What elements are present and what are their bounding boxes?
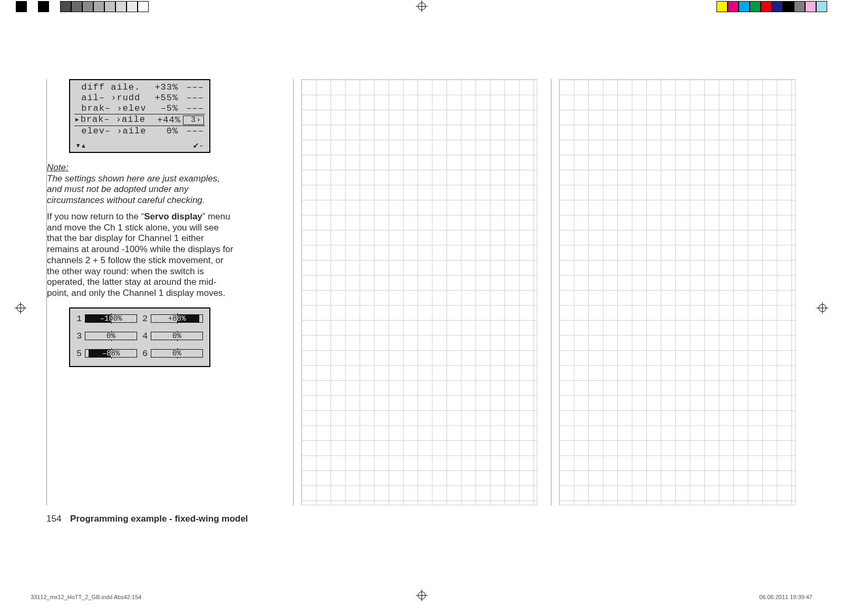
servo-row: 30%40% xyxy=(76,331,203,341)
note-body: The settings shown here are just example… xyxy=(47,174,234,206)
servo-cell: 40% xyxy=(142,331,203,341)
registration-bar-right xyxy=(716,1,827,12)
servo-bar: +88% xyxy=(151,314,203,323)
servo-cell: 2+88% xyxy=(142,314,203,324)
servo-channel-number: 5 xyxy=(76,349,82,359)
servo-bar-value: 0% xyxy=(85,332,137,340)
registration-target-icon xyxy=(15,302,26,314)
servo-display-box: 1–100%2+88%30%40%5–88%60% xyxy=(69,307,210,367)
lcd-confirm-icon: ✔‐ xyxy=(193,140,204,151)
servo-bar: 0% xyxy=(85,332,137,340)
page-title: Programming example - ﬁxed-wing model xyxy=(70,514,248,524)
registration-target-icon xyxy=(416,1,428,12)
notes-grid xyxy=(559,79,796,505)
servo-bar: 0% xyxy=(151,349,203,358)
servo-cell: 60% xyxy=(142,349,203,359)
servo-bar-value: 0% xyxy=(151,350,202,357)
lcd-switch-box: 3› xyxy=(183,116,204,125)
servo-cell: 5–88% xyxy=(76,349,137,359)
lcd-row-label: brak– ›aile xyxy=(75,114,146,126)
lcd-mixer-box: diff aile.+33% ––– ail– ›rudd+55% ––– br… xyxy=(69,79,210,153)
lcd-row-label: brak– ›elev xyxy=(75,103,146,114)
notes-grid xyxy=(301,79,538,505)
slug-file: 33112_mx12_HoTT_2_GB.indd Abs42:154 xyxy=(31,594,141,600)
slug-line: 33112_mx12_HoTT_2_GB.indd Abs42:154 06.0… xyxy=(31,594,812,600)
servo-channel-number: 4 xyxy=(142,331,148,341)
lcd-row: brak– ›elev–5% ––– xyxy=(74,103,205,114)
column-1: diff aile.+33% ––– ail– ›rudd+55% ––– br… xyxy=(46,79,280,505)
servo-channel-number: 1 xyxy=(76,314,82,324)
para2-post: ” menu and move the Ch 1 stick alone, yo… xyxy=(47,211,233,298)
page-footer: 154 Programming example - ﬁxed-wing mode… xyxy=(46,514,248,524)
servo-cell: 30% xyxy=(76,331,137,341)
lcd-row: brak– ›aile+44% 3› xyxy=(74,114,205,126)
lcd-row-label: ail– ›rudd xyxy=(75,93,140,103)
slug-date: 06.06.2011 19:39:47 xyxy=(759,594,812,600)
registration-bar-left xyxy=(16,1,149,12)
servo-bar: 0% xyxy=(151,332,203,340)
para2-bold: Servo display xyxy=(144,211,202,222)
para2-pre: If you now return to the “ xyxy=(47,211,144,222)
servo-row: 1–100%2+88% xyxy=(76,314,203,324)
lcd-row-value: +55% ––– xyxy=(154,93,204,103)
servo-channel-number: 3 xyxy=(76,331,82,341)
servo-channel-number: 2 xyxy=(142,314,148,324)
servo-bar: –88% xyxy=(85,349,137,358)
servo-cell: 1–100% xyxy=(76,314,137,324)
lcd-row-label: elev– ›aile xyxy=(75,126,146,137)
lcd-nav-arrows-icon: ▾▴ xyxy=(75,140,86,151)
registration-target-icon xyxy=(817,302,828,314)
servo-bar-value: –88% xyxy=(85,350,137,357)
servo-channel-number: 6 xyxy=(142,349,148,359)
lcd-row-value: +44% 3› xyxy=(157,114,204,126)
lcd-row-label: diff aile. xyxy=(75,82,140,93)
lcd-row-value: 0% ––– xyxy=(167,126,204,137)
servo-row: 5–88%60% xyxy=(76,349,203,359)
note-heading: Note: xyxy=(47,162,234,174)
column-3 xyxy=(551,79,797,505)
lcd-row-value: –5% ––– xyxy=(161,103,204,114)
column-2 xyxy=(293,79,539,505)
lcd-row: ail– ›rudd+55% ––– xyxy=(74,93,205,103)
servo-bar-value: +88% xyxy=(151,315,202,322)
lcd-row: diff aile.+33% ––– xyxy=(74,82,205,93)
servo-bar-value: –100% xyxy=(85,315,137,322)
paragraph-servo-display: If you now return to the “Servo display”… xyxy=(47,211,234,299)
servo-bar-value: 0% xyxy=(151,332,202,340)
lcd-row: elev– ›aile0% ––– xyxy=(74,126,205,137)
lcd-row-value: +33% ––– xyxy=(154,82,204,93)
servo-bar: –100% xyxy=(85,314,137,323)
page-number: 154 xyxy=(46,514,61,524)
